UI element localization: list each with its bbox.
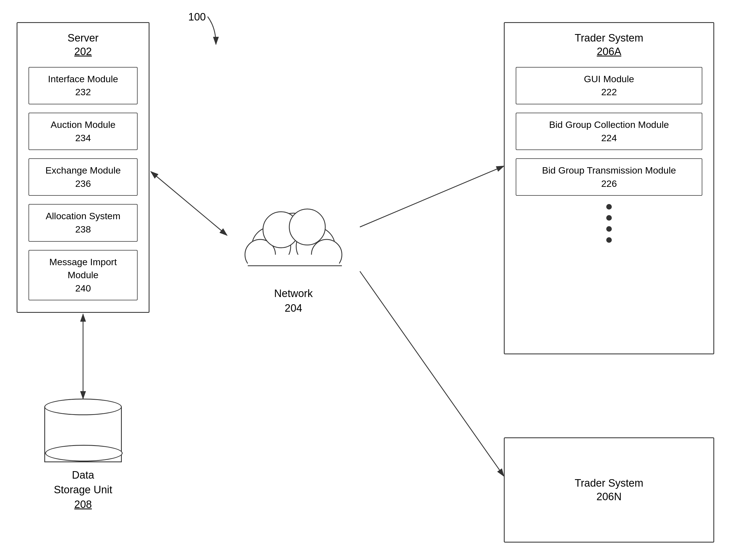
trader-a-box: Trader System 206A GUI Module 222 Bid Gr…	[504, 22, 714, 354]
storage-cylinder	[44, 399, 122, 462]
auction-module-box: Auction Module 234	[29, 113, 138, 150]
exchange-module-label: Exchange Module	[35, 164, 131, 177]
server-title: Server 202	[17, 31, 149, 59]
svg-point-6	[289, 209, 325, 245]
storage-label: Data Storage Unit 208	[28, 468, 138, 512]
trader-n-title: Trader System 206N	[575, 476, 643, 504]
dots-container	[505, 204, 713, 243]
message-import-module-box: Message Import Module 240	[29, 250, 138, 301]
gui-module-label: GUI Module	[522, 73, 696, 86]
storage-container: Data Storage Unit 208	[28, 399, 138, 512]
network-label: Network 204	[227, 286, 360, 315]
dot-1	[606, 204, 612, 210]
allocation-system-label: Allocation System	[35, 210, 131, 223]
bid-transmission-number: 226	[522, 177, 696, 190]
cylinder-bottom	[45, 445, 123, 462]
svg-line-12	[360, 166, 504, 227]
svg-line-11	[151, 172, 227, 235]
server-box: Server 202 Interface Module 232 Auction …	[16, 22, 149, 313]
storage-label-line1: Data	[28, 468, 138, 482]
interface-module-number: 232	[35, 86, 131, 99]
message-import-label: Message Import Module	[35, 256, 131, 282]
auction-module-number: 234	[35, 131, 131, 145]
dot-2	[606, 215, 612, 221]
ref-number-100: 100	[188, 11, 206, 23]
exchange-module-number: 236	[35, 177, 131, 190]
trader-n-box: Trader System 206N	[504, 437, 714, 543]
cylinder-body	[44, 407, 122, 462]
allocation-system-number: 238	[35, 223, 131, 236]
bid-transmission-label: Bid Group Transmission Module	[522, 164, 696, 177]
cloud-svg	[227, 194, 360, 283]
exchange-module-box: Exchange Module 236	[29, 158, 138, 196]
auction-module-label: Auction Module	[35, 118, 131, 131]
trader-a-title: Trader System 206A	[505, 31, 713, 59]
dot-4	[606, 237, 612, 243]
bid-collection-module-box: Bid Group Collection Module 224	[516, 113, 702, 150]
storage-label-number: 208	[28, 497, 138, 512]
allocation-system-box: Allocation System 238	[29, 204, 138, 242]
storage-label-line2: Storage Unit	[28, 482, 138, 497]
diagram-container: 100 Server 202 Interface Module 232 Auct…	[0, 0, 743, 560]
gui-module-number: 222	[522, 86, 696, 99]
message-import-number: 240	[35, 282, 131, 295]
bid-collection-label: Bid Group Collection Module	[522, 118, 696, 131]
network-cloud: Network 204	[227, 194, 360, 304]
gui-module-box: GUI Module 222	[516, 67, 702, 104]
bid-transmission-module-box: Bid Group Transmission Module 226	[516, 158, 702, 196]
dot-3	[606, 226, 612, 232]
interface-module-box: Interface Module 232	[29, 67, 138, 104]
cylinder-top	[44, 399, 122, 415]
bid-collection-number: 224	[522, 131, 696, 145]
svg-line-13	[360, 271, 504, 476]
interface-module-label: Interface Module	[35, 73, 131, 86]
